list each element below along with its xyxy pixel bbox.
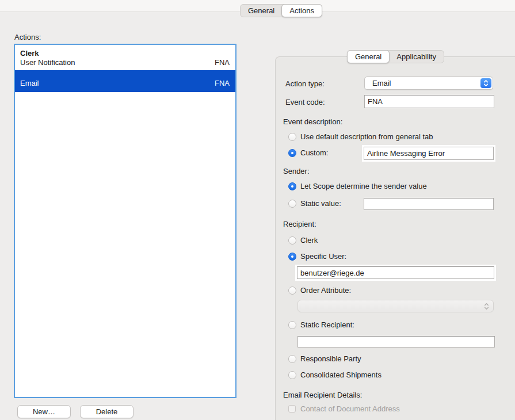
- detail-tab-general[interactable]: General: [347, 50, 390, 63]
- radio-label: Use default description from general tab: [300, 132, 433, 141]
- popup-arrows-icon: [481, 301, 492, 311]
- delete-button[interactable]: Delete: [80, 405, 133, 418]
- action-item-title: Clerk: [20, 49, 230, 58]
- event-code-input[interactable]: [364, 95, 494, 108]
- radio-selected-icon: [288, 149, 296, 157]
- radio-icon: [288, 200, 296, 208]
- checkbox-label: Contact of Document Address: [300, 404, 400, 413]
- radio-icon: [288, 355, 296, 363]
- tab-actions[interactable]: Actions: [281, 4, 322, 17]
- static-value-input[interactable]: [364, 198, 494, 210]
- action-item-type: User Notification: [20, 58, 75, 67]
- popup-arrows-icon: [480, 78, 491, 88]
- sender-label: Sender:: [283, 167, 310, 175]
- action-type-value: Email: [372, 79, 391, 87]
- action-type-popup[interactable]: Email: [364, 77, 493, 90]
- radio-label: Static value:: [300, 199, 341, 208]
- action-type-label: Action type:: [285, 79, 325, 88]
- checkbox-icon: [288, 405, 296, 413]
- radio-specific-user[interactable]: Specific User:: [288, 252, 346, 261]
- recipient-label: Recipient:: [283, 220, 316, 228]
- custom-description-input[interactable]: [364, 147, 494, 160]
- window-tab-bar: General Actions: [240, 4, 322, 17]
- radio-use-default[interactable]: Use default description from general tab: [288, 132, 433, 141]
- tab-general[interactable]: General: [241, 5, 282, 17]
- detail-tab-bar: General Applicability: [347, 50, 444, 63]
- list-item-selected[interactable]: Email FNA: [15, 70, 235, 92]
- checkbox-contact-of-document-address: Contact of Document Address: [288, 404, 400, 413]
- actions-list-label: Actions:: [14, 33, 41, 41]
- order-attribute-popup: [297, 300, 494, 312]
- radio-icon: [288, 133, 296, 141]
- radio-icon: [288, 287, 296, 295]
- radio-selected-icon: [288, 253, 296, 261]
- action-item-code: FNA: [215, 79, 230, 88]
- radio-static-value[interactable]: Static value:: [288, 199, 341, 208]
- radio-let-scope[interactable]: Let Scope determine the sender value: [288, 182, 427, 190]
- radio-label: Let Scope determine the sender value: [300, 182, 427, 190]
- action-item-code: FNA: [215, 58, 230, 67]
- actions-list[interactable]: Clerk User Notification FNA Email FNA: [14, 44, 236, 398]
- radio-label: Responsible Party: [300, 354, 361, 363]
- event-code-label: Event code:: [285, 98, 325, 106]
- new-button[interactable]: New…: [17, 405, 71, 418]
- event-description-label: Event description:: [283, 117, 342, 126]
- action-item-type: Email: [20, 79, 39, 88]
- specific-user-input[interactable]: [297, 266, 494, 279]
- detail-tab-applicability[interactable]: Applicability: [389, 51, 444, 63]
- radio-label: Custom:: [300, 148, 328, 157]
- radio-consolidated-shipments[interactable]: Consolidated Shipments: [288, 371, 382, 379]
- radio-custom[interactable]: Custom:: [288, 148, 328, 157]
- radio-icon: [288, 236, 296, 245]
- radio-selected-icon: [288, 182, 296, 190]
- static-recipient-input[interactable]: [297, 336, 495, 348]
- radio-icon: [288, 371, 296, 379]
- radio-label: Consolidated Shipments: [300, 371, 382, 379]
- radio-static-recipient[interactable]: Static Recipient:: [288, 320, 354, 329]
- radio-clerk[interactable]: Clerk: [288, 236, 318, 245]
- list-item[interactable]: Clerk User Notification FNA: [15, 45, 235, 70]
- radio-label: Static Recipient:: [300, 320, 354, 329]
- radio-label: Specific User:: [300, 252, 346, 261]
- radio-responsible-party[interactable]: Responsible Party: [288, 354, 361, 363]
- detail-panel: Action type: Email Event code: Event des…: [275, 56, 515, 420]
- radio-order-attribute[interactable]: Order Attribute:: [288, 286, 351, 295]
- radio-icon: [288, 321, 296, 329]
- radio-label: Clerk: [300, 236, 318, 245]
- radio-label: Order Attribute:: [300, 286, 351, 295]
- email-recipient-details-label: Email Recipient Details:: [283, 391, 362, 399]
